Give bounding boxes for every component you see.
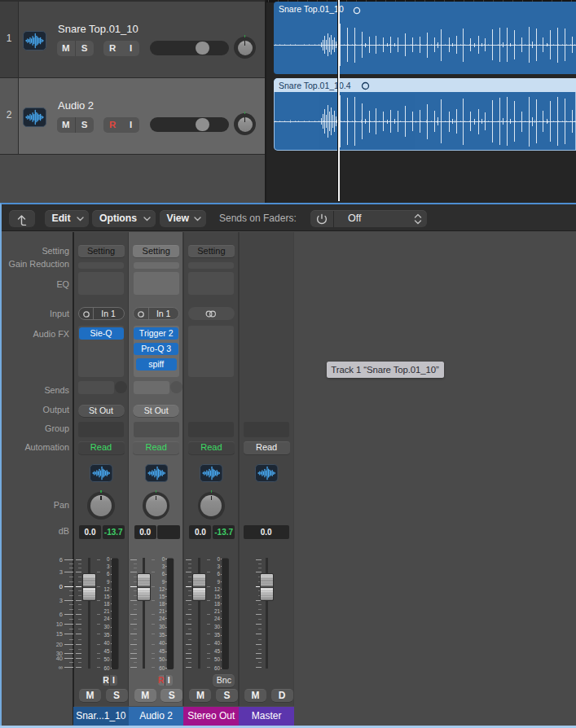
svg-text:45: 45 xyxy=(214,648,221,654)
svg-text:45: 45 xyxy=(159,648,165,654)
svg-text:6: 6 xyxy=(162,571,165,577)
svg-text:30: 30 xyxy=(214,624,221,629)
svg-text:40: 40 xyxy=(103,640,110,646)
svg-text:12: 12 xyxy=(103,586,110,592)
svg-text:15: 15 xyxy=(103,594,110,599)
svg-text:3: 3 xyxy=(59,597,63,604)
svg-text:50: 50 xyxy=(103,656,110,662)
svg-text:20: 20 xyxy=(56,641,63,648)
svg-text:40: 40 xyxy=(214,640,221,646)
svg-text:6: 6 xyxy=(217,571,220,577)
svg-text:3: 3 xyxy=(162,564,165,569)
svg-text:3: 3 xyxy=(217,564,220,569)
svg-text:21: 21 xyxy=(214,608,221,614)
svg-text:18: 18 xyxy=(159,601,165,607)
svg-text:24: 24 xyxy=(159,616,165,621)
svg-text:15: 15 xyxy=(56,630,63,638)
svg-text:12: 12 xyxy=(214,586,221,592)
svg-text:35: 35 xyxy=(159,632,165,638)
svg-text:6: 6 xyxy=(107,571,110,577)
svg-text:3: 3 xyxy=(107,564,110,569)
svg-text:9: 9 xyxy=(107,579,110,585)
svg-text:50: 50 xyxy=(214,656,221,662)
svg-text:45: 45 xyxy=(103,648,110,654)
svg-text:0: 0 xyxy=(59,583,63,590)
svg-text:40: 40 xyxy=(56,655,63,662)
svg-text:∞: ∞ xyxy=(59,664,63,671)
svg-text:18: 18 xyxy=(103,601,110,607)
svg-text:21: 21 xyxy=(103,608,110,614)
svg-text:15: 15 xyxy=(214,594,221,599)
svg-text:40: 40 xyxy=(159,640,165,646)
svg-text:9: 9 xyxy=(217,579,220,585)
svg-text:6: 6 xyxy=(59,556,63,564)
svg-text:0: 0 xyxy=(162,556,165,562)
svg-text:12: 12 xyxy=(159,586,165,592)
svg-text:30: 30 xyxy=(103,624,110,629)
svg-text:50: 50 xyxy=(159,656,165,662)
svg-text:6: 6 xyxy=(59,611,63,618)
svg-text:24: 24 xyxy=(214,616,221,621)
svg-text:15: 15 xyxy=(159,594,165,599)
svg-text:10: 10 xyxy=(56,621,63,628)
svg-text:30: 30 xyxy=(159,624,165,629)
svg-text:9: 9 xyxy=(162,579,165,585)
svg-text:0: 0 xyxy=(217,556,220,562)
svg-text:60: 60 xyxy=(214,665,221,671)
svg-text:60: 60 xyxy=(103,665,110,671)
svg-text:35: 35 xyxy=(103,632,110,638)
svg-text:0: 0 xyxy=(107,556,110,562)
svg-text:60: 60 xyxy=(159,665,165,671)
svg-text:35: 35 xyxy=(214,632,221,638)
svg-text:3: 3 xyxy=(59,568,63,576)
svg-text:21: 21 xyxy=(159,608,165,614)
svg-text:18: 18 xyxy=(214,601,221,607)
svg-text:24: 24 xyxy=(103,616,110,621)
